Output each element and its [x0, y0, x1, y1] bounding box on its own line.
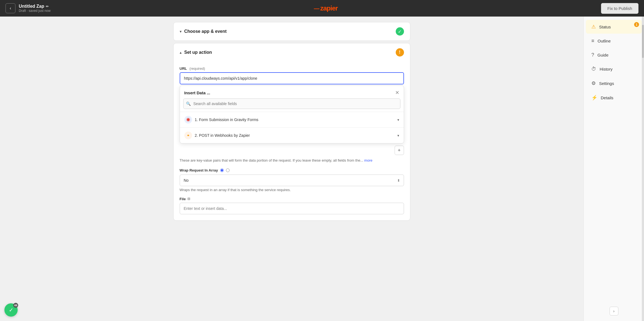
sidebar-item-outline[interactable]: ≡ Outline: [586, 34, 642, 48]
topnav: ‹ Untitled Zap ✏ Draft · saved just now …: [0, 0, 644, 17]
setup-action-chevron: ▴: [180, 50, 182, 55]
settings-icon: ⚙: [591, 80, 596, 86]
zapier-wordmark: zapier: [320, 4, 338, 12]
outline-icon: ≡: [591, 38, 594, 44]
insert-data-header: Insert Data ... ✕: [180, 86, 404, 98]
sidebar-label-status: Status: [599, 25, 611, 29]
details-icon: ⚡: [591, 95, 597, 101]
choose-app-header-left: ▾ Choose app & event: [180, 29, 227, 34]
layout: ▾ Choose app & event ✓ ▴ Set up action !: [0, 17, 644, 321]
sidebar-item-guide[interactable]: ? Guide: [586, 48, 642, 62]
sidebar-item-details[interactable]: ⚡ Details: [586, 91, 642, 105]
webhooks-source-label: 2. POST in Webhooks by Zapier: [195, 133, 250, 138]
search-input[interactable]: [183, 98, 400, 109]
url-input[interactable]: [180, 72, 404, 84]
wrap-radio-yes[interactable]: [220, 168, 224, 172]
url-field-section: URL (required): [180, 66, 404, 84]
guide-icon: ?: [591, 52, 594, 58]
topnav-left: ‹ Untitled Zap ✏ Draft · saved just now: [6, 3, 50, 13]
history-icon: ⏱: [591, 66, 596, 72]
choose-app-section: ▾ Choose app & event ✓: [173, 22, 410, 41]
fix-to-publish-button[interactable]: Fix to Publish: [601, 3, 638, 14]
zap-subtitle: Draft · saved just now: [19, 9, 50, 13]
setup-action-title: Set up action: [184, 50, 212, 55]
zapier-dash: —: [314, 5, 319, 12]
webhooks-source-left: 2. POST in Webhooks by Zapier: [184, 132, 250, 139]
insert-data-title: Insert Data ...: [184, 90, 210, 95]
bottom-status-badge[interactable]: ✓ 44: [4, 303, 18, 317]
more-link[interactable]: more: [364, 158, 373, 162]
sidebar-label-outline: Outline: [598, 39, 611, 43]
setup-action-body: URL (required) Insert Data ... ✕: [174, 66, 410, 220]
setup-action-header-left: ▴ Set up action: [180, 50, 212, 55]
wrap-radio-no[interactable]: [226, 168, 230, 172]
sidebar-label-history: History: [600, 67, 613, 71]
zap-title-area: Untitled Zap ✏ Draft · saved just now: [19, 4, 50, 13]
sidebar-nav: ⚠ Status 1 ≡ Outline ? Guide ⏱ History ⚙…: [584, 17, 644, 307]
file-icon: ⊟: [187, 197, 190, 201]
gravity-chevron-down: ▾: [397, 118, 399, 122]
content-inner: ▾ Choose app & event ✓ ▴ Set up action !: [168, 17, 416, 221]
wrap-array-label: Wrap Request In Array: [180, 168, 404, 172]
sidebar-label-guide: Guide: [597, 53, 608, 57]
status-badge: 1: [634, 22, 639, 27]
right-sidebar: ⚠ Status 1 ≡ Outline ? Guide ⏱ History ⚙…: [583, 17, 644, 321]
webhook-icon: [184, 132, 192, 139]
sidebar-label-settings: Settings: [599, 81, 614, 86]
insert-data-close-button[interactable]: ✕: [395, 90, 399, 96]
setup-action-status-warn: !: [396, 48, 404, 57]
search-box-wrap: 🔍: [180, 98, 404, 112]
search-icon: 🔍: [186, 101, 191, 106]
gravity-icon: [184, 116, 192, 124]
svg-point-1: [187, 118, 190, 121]
sidebar-item-status[interactable]: ⚠ Status 1: [586, 20, 642, 34]
bottom-check-icon: ✓: [9, 307, 14, 313]
choose-app-chevron: ▾: [180, 29, 182, 34]
file-field-section: File ⊟: [180, 197, 404, 214]
setup-action-section: ▴ Set up action ! URL (required): [173, 43, 410, 221]
gravity-source-label: 1. Form Submission in Gravity Forms: [195, 117, 258, 122]
choose-app-title: Choose app & event: [184, 29, 227, 34]
webhooks-chevron-down: ▾: [397, 133, 399, 138]
file-label: File ⊟: [180, 197, 404, 201]
sidebar-expand-button[interactable]: ›: [610, 307, 618, 315]
scrollbar-thumb: [642, 25, 644, 58]
zap-title-text: Untitled Zap: [19, 4, 44, 9]
wrap-helper-text: Wraps the request in an array if that is…: [180, 188, 404, 192]
url-label: URL (required): [180, 66, 404, 71]
url-required: (required): [190, 66, 205, 71]
choose-app-header[interactable]: ▾ Choose app & event ✓: [174, 22, 410, 41]
add-row-button[interactable]: +: [395, 146, 404, 155]
search-wrap-inner: 🔍: [183, 98, 400, 109]
warning-icon: ⚠: [591, 24, 596, 30]
right-scrollbar: [642, 17, 644, 321]
svg-point-2: [188, 135, 189, 136]
choose-app-status-check: ✓: [396, 27, 404, 36]
wrap-select-wrap: No ⬍: [180, 175, 404, 186]
zap-title: Untitled Zap ✏: [19, 4, 50, 9]
helper-text: These are key-value pairs that will form…: [180, 158, 404, 163]
wrap-select[interactable]: No: [180, 175, 404, 186]
plus-row: +: [180, 146, 404, 155]
wrap-array-radios: [220, 168, 230, 172]
sidebar-label-details: Details: [601, 95, 613, 100]
sidebar-item-history[interactable]: ⏱ History: [586, 62, 642, 76]
file-input[interactable]: [180, 203, 404, 214]
sidebar-item-settings[interactable]: ⚙ Settings: [586, 76, 642, 90]
bottom-badge-count: 44: [13, 303, 18, 308]
gravity-forms-source[interactable]: 1. Form Submission in Gravity Forms ▾: [180, 112, 404, 127]
gravity-source-left: 1. Form Submission in Gravity Forms: [184, 116, 258, 124]
wrap-array-section: Wrap Request In Array No ⬍: [180, 168, 404, 192]
back-button[interactable]: ‹: [6, 3, 15, 13]
setup-action-header[interactable]: ▴ Set up action !: [174, 43, 410, 61]
zapier-logo: — zapier: [314, 4, 338, 12]
webhooks-source[interactable]: 2. POST in Webhooks by Zapier ▾: [180, 127, 404, 143]
edit-icon[interactable]: ✏: [46, 4, 49, 9]
insert-data-panel: Insert Data ... ✕ 🔍: [180, 85, 404, 143]
main-content: ▾ Choose app & event ✓ ▴ Set up action !: [0, 17, 583, 321]
